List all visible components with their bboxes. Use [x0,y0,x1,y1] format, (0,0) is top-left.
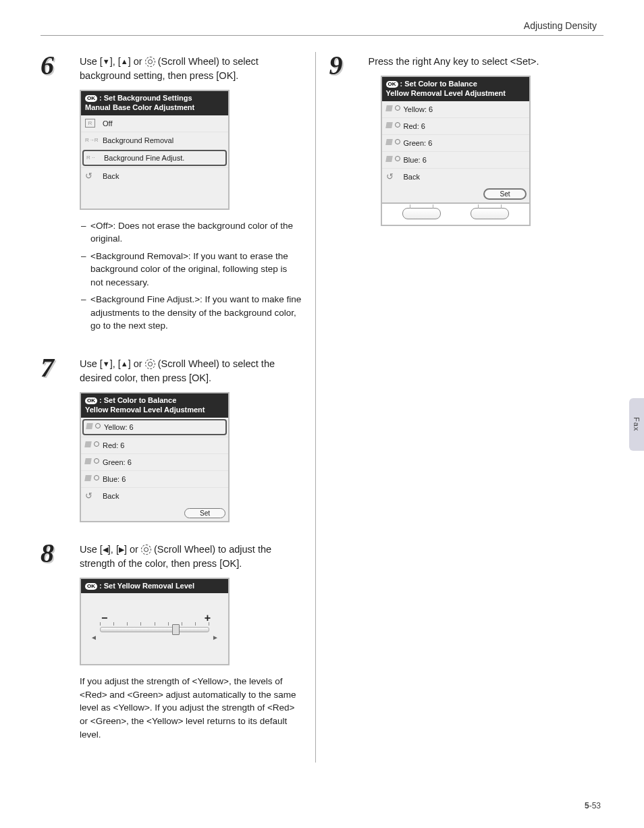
r-icon: R [85,119,95,128]
step-7: 7 Use [▼], [▲] or (Scroll Wheel) to sele… [41,354,302,532]
step-7-text: Use [▼], [▲] or (Scroll Wheel) to select… [80,357,302,385]
step-number: 7 [41,354,80,532]
paint-icon [386,156,404,163]
scroll-wheel-icon [145,359,155,369]
left-triangle-icon: ◀ [103,545,108,555]
up-triangle-icon: ▲ [121,57,128,67]
paint-icon [386,122,404,130]
scroll-wheel-icon [145,57,155,67]
step-number: 9 [329,52,369,236]
lcd-row-red: Red: 6 [382,117,529,134]
lcd-row-back: ↺ Back [81,487,228,504]
step-6-text: Use [▼], [▲] or (Scroll Wheel) to select… [80,55,302,83]
step-9: 9 Press the right Any key to select <Set… [329,52,591,236]
lcd-row-green: Green: 6 [81,453,228,470]
page-header: Adjusting Density [41,20,603,31]
step-9-text: Press the right Any key to select <Set>. [369,55,591,69]
step-number: 6 [41,52,80,346]
paint-icon [85,475,103,482]
lcd-row-back: ↺ Back [81,167,228,184]
ok-badge-icon: OK [386,81,398,88]
step-8: 8 Use [◀], [▶] or (Scroll Wheel) to adju… [41,540,302,755]
any-key-left [402,208,441,219]
lcd-title: OK: Set Color to Balance Yellow Removal … [382,77,529,101]
level-slider [100,627,209,632]
left-arrow-icon: ◄ [90,634,97,641]
ok-badge-icon: OK [85,397,97,404]
lcd-set-button: Set [483,188,526,200]
lcd-yellow-removal-level: OK: Set Yellow Removal Level − + [80,578,230,666]
lcd-color-balance-final: OK: Set Color to Balance Yellow Removal … [381,76,531,226]
header-rule [41,35,603,36]
paint-icon [386,139,404,146]
back-arrow-icon: ↺ [85,171,103,181]
paint-icon [85,458,103,466]
back-arrow-icon: ↺ [85,491,103,501]
lcd-title: OK: Set Yellow Removal Level [81,579,228,594]
right-arrow-icon: ► [212,634,219,641]
lcd-row-bg-fine-adjust: R ·· Background Fine Adjust. [82,150,227,166]
lcd-row-green: Green: 6 [382,134,529,151]
lcd-row-back: ↺ Back [382,168,529,185]
r-fade-icon: R ·· [86,155,104,161]
paint-icon [86,423,104,431]
step-8-text: Use [◀], [▶] or (Scroll Wheel) to adjust… [80,543,302,571]
step-number: 8 [41,540,80,755]
lcd-background-settings: OK: Set Background Settings Manual Base … [80,90,230,210]
step-6: 6 Use [▼], [▲] or (Scroll Wheel) to sele… [41,52,302,346]
right-triangle-icon: ▶ [119,545,124,555]
any-key-right [471,208,509,219]
step-6-descriptions: –<Off>: Does not erase the background co… [80,219,302,333]
ok-badge-icon: OK [85,583,97,590]
lcd-title: OK: Set Color to Balance Yellow Removal … [81,393,228,418]
r-to-r-icon: R→R [85,137,103,143]
lcd-row-bg-removal: R→R Background Removal [81,132,228,148]
lcd-title: OK: Set Background Settings Manual Base … [81,91,228,115]
page-number: 5-53 [585,801,601,810]
scroll-wheel-icon [141,545,151,555]
slider-thumb [172,624,180,635]
down-triangle-icon: ▼ [103,57,110,67]
lcd-row-yellow: Yellow: 6 [82,419,227,435]
lcd-row-blue: Blue: 6 [81,470,228,487]
lcd-row-yellow: Yellow: 6 [382,101,529,117]
back-arrow-icon: ↺ [386,171,404,182]
lcd-row-blue: Blue: 6 [382,151,529,168]
ok-badge-icon: OK [85,95,97,102]
lcd-row-red: Red: 6 [81,437,228,453]
paint-icon [386,105,404,113]
paint-icon [85,441,103,449]
down-triangle-icon: ▼ [103,359,110,370]
step-8-note: If you adjust the strength of <Yellow>, … [80,675,302,741]
lcd-color-balance: OK: Set Color to Balance Yellow Removal … [80,392,230,522]
hardware-buttons [382,202,529,225]
up-triangle-icon: ▲ [121,359,128,370]
lcd-set-button: Set [184,508,225,518]
lcd-row-off: R Off [81,115,228,132]
section-tab-fax: Fax [629,398,644,451]
